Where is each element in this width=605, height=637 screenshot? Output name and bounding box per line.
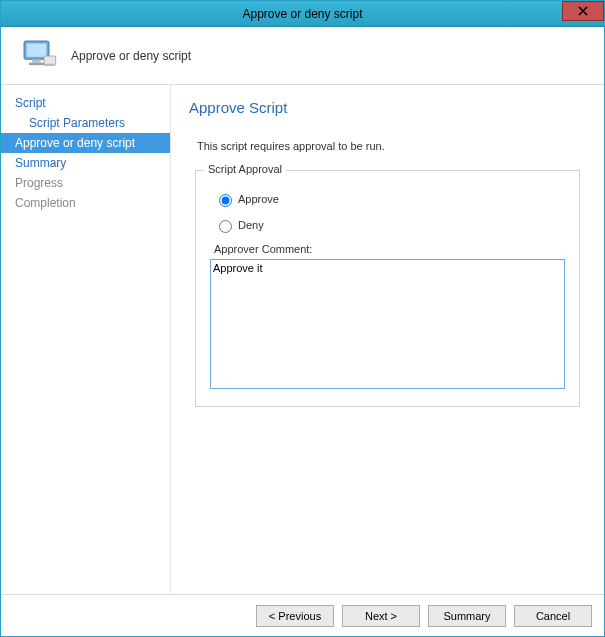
wizard-window: Approve or deny script Approve or deny s… — [0, 0, 605, 637]
sidebar-item-label: Script — [15, 96, 46, 110]
radio-deny[interactable] — [219, 220, 232, 233]
summary-button[interactable]: Summary — [428, 605, 506, 627]
radio-deny-label: Deny — [238, 219, 264, 231]
svg-rect-6 — [44, 56, 56, 64]
sidebar-item-approve-or-deny[interactable]: Approve or deny script — [1, 133, 170, 153]
svg-rect-3 — [27, 43, 47, 56]
svg-rect-7 — [44, 64, 56, 66]
window-title: Approve or deny script — [242, 7, 362, 21]
wizard-body: Script Script Parameters Approve or deny… — [1, 85, 604, 594]
close-button[interactable] — [562, 1, 604, 21]
instruction-text: This script requires approval to be run. — [197, 140, 586, 152]
script-approval-fieldset: Script Approval Approve Deny Approver Co… — [195, 170, 580, 407]
sidebar-item-label: Progress — [15, 176, 63, 190]
monitor-icon — [19, 36, 59, 76]
cancel-button[interactable]: Cancel — [514, 605, 592, 627]
sidebar-item-progress: Progress — [1, 173, 170, 193]
sidebar-item-label: Approve or deny script — [15, 136, 135, 150]
radio-approve-row[interactable]: Approve — [214, 191, 565, 207]
wizard-content: Approve Script This script requires appr… — [171, 85, 604, 594]
wizard-footer: < Previous Next > Summary Cancel — [1, 594, 604, 636]
radio-deny-row[interactable]: Deny — [214, 217, 565, 233]
radio-approve[interactable] — [219, 194, 232, 207]
comment-wrap — [210, 259, 565, 392]
close-icon — [578, 6, 588, 16]
page-title: Approve Script — [189, 99, 586, 116]
approver-comment-input[interactable] — [210, 259, 565, 389]
sidebar-item-summary[interactable]: Summary — [1, 153, 170, 173]
sidebar-item-label: Completion — [15, 196, 76, 210]
wizard-sidebar: Script Script Parameters Approve or deny… — [1, 85, 171, 594]
comment-label: Approver Comment: — [214, 243, 565, 255]
header-band: Approve or deny script — [1, 27, 604, 85]
sidebar-item-label: Summary — [15, 156, 66, 170]
previous-button[interactable]: < Previous — [256, 605, 334, 627]
sidebar-item-label: Script Parameters — [29, 116, 125, 130]
sidebar-item-script-parameters[interactable]: Script Parameters — [1, 113, 170, 133]
svg-rect-5 — [29, 62, 44, 65]
sidebar-item-script[interactable]: Script — [1, 93, 170, 113]
header-title: Approve or deny script — [71, 49, 191, 63]
sidebar-item-completion: Completion — [1, 193, 170, 213]
fieldset-legend: Script Approval — [204, 163, 286, 175]
next-button[interactable]: Next > — [342, 605, 420, 627]
svg-rect-4 — [32, 59, 40, 62]
titlebar: Approve or deny script — [1, 1, 604, 27]
radio-approve-label: Approve — [238, 193, 279, 205]
